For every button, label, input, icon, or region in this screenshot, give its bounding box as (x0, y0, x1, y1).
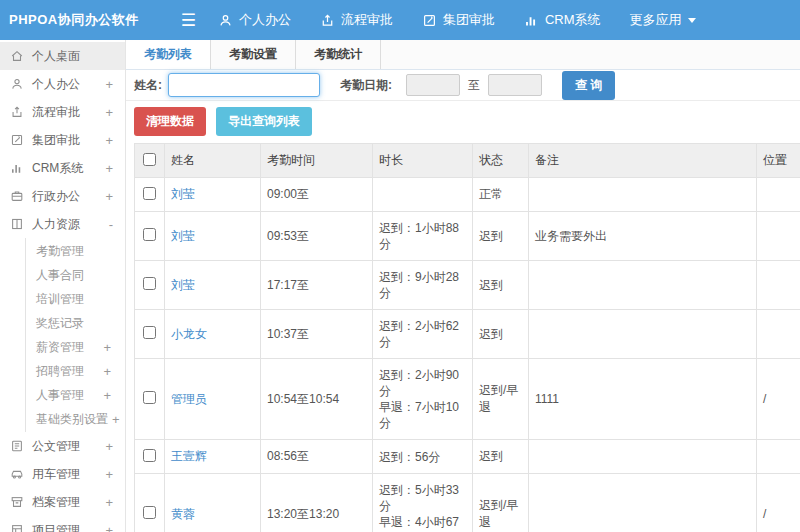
employee-name-link[interactable]: 刘莹 (171, 278, 195, 292)
expand-plus-icon[interactable]: + (103, 388, 111, 403)
export-list-button[interactable]: 导出查询列表 (216, 107, 312, 136)
table-row: 王壹辉 08:56至 迟到：56分 迟到 (135, 440, 800, 474)
employee-name-link[interactable]: 王壹辉 (171, 449, 207, 463)
briefcase-icon (10, 189, 24, 203)
row-checkbox[interactable] (143, 391, 156, 404)
bar-chart-icon (524, 13, 539, 28)
location-cell (757, 212, 800, 261)
status-cell: 迟到/早退 (473, 359, 529, 440)
home-icon (10, 49, 24, 63)
tab-attendance-settings[interactable]: 考勤设置 (211, 40, 296, 69)
expand-plus-icon[interactable]: + (105, 77, 113, 92)
sidebar-item-document-mgmt[interactable]: 公文管理 + (0, 432, 125, 460)
employee-name-link[interactable]: 管理员 (171, 392, 207, 406)
note-cell (529, 474, 757, 532)
app-window: PHPOA协同办公软件 ☰ 个人办公 流程审批 集团审批 (0, 0, 800, 532)
sidebar-item-workflow-approval[interactable]: 流程审批 + (0, 98, 125, 126)
filter-bar: 姓名: 考勤日期: 至 查 询 (126, 70, 800, 101)
expand-plus-icon[interactable]: + (105, 467, 113, 482)
sidebar-item-personal-office[interactable]: 个人办公 + (0, 70, 125, 98)
duration-cell (373, 178, 473, 212)
expand-plus-icon[interactable]: + (105, 133, 113, 148)
location-cell (757, 178, 800, 212)
expand-plus-icon[interactable]: + (105, 495, 113, 510)
to-label: 至 (468, 77, 480, 94)
status-cell: 迟到 (473, 261, 529, 310)
expand-plus-icon[interactable]: + (103, 340, 111, 355)
employee-name-link[interactable]: 黄蓉 (171, 507, 195, 521)
duration-cell: 迟到：56分 (373, 440, 473, 474)
name-label: 姓名: (134, 77, 162, 94)
nav-item-personal-office[interactable]: 个人办公 (218, 11, 291, 29)
sidebar-subitem-attendance-mgmt[interactable]: 考勤管理 (26, 239, 125, 263)
expand-plus-icon[interactable]: + (105, 523, 113, 532)
date-to-input[interactable] (488, 74, 542, 96)
expand-plus-icon[interactable]: + (105, 161, 113, 176)
employee-name-link[interactable]: 刘莹 (171, 229, 195, 243)
sidebar-item-archive-mgmt[interactable]: 档案管理 + (0, 488, 125, 516)
row-checkbox[interactable] (143, 277, 156, 290)
sidebar-item-vehicle-mgmt[interactable]: 用车管理 + (0, 460, 125, 488)
sidebar-subitem-personnel-mgmt[interactable]: 人事管理 + (26, 383, 125, 407)
app-logo[interactable]: PHPOA协同办公软件 (0, 11, 139, 29)
sidebar-subitem-base-category[interactable]: 基础类别设置 + (26, 407, 125, 431)
sidebar-subitem-reward-records[interactable]: 奖惩记录 (26, 311, 125, 335)
attendance-date-label: 考勤日期: (340, 77, 392, 94)
employee-name-link[interactable]: 小龙女 (171, 327, 207, 341)
sidebar: 个人桌面 个人办公 + 流程审批 + 集团审 (0, 40, 126, 532)
user-icon (218, 13, 233, 28)
sidebar-subitem-hr-contract[interactable]: 人事合同 (26, 263, 125, 287)
row-checkbox[interactable] (143, 326, 156, 339)
col-header-time: 考勤时间 (261, 144, 373, 178)
expand-plus-icon[interactable]: + (105, 105, 113, 120)
row-checkbox[interactable] (143, 228, 156, 241)
sidebar-item-admin-office[interactable]: 行政办公 + (0, 182, 125, 210)
row-checkbox[interactable] (143, 187, 156, 200)
search-button[interactable]: 查 询 (562, 71, 615, 100)
duration-cell: 迟到：5小时33分 早退：4小时67分 (373, 474, 473, 532)
sidebar-subitem-salary-mgmt[interactable]: 薪资管理 + (26, 335, 125, 359)
select-all-checkbox[interactable] (143, 153, 156, 166)
name-input[interactable] (168, 73, 320, 97)
document-icon (10, 439, 24, 453)
col-header-status: 状态 (473, 144, 529, 178)
nav-item-group-approval[interactable]: 集团审批 (422, 11, 495, 29)
row-checkbox[interactable] (143, 506, 156, 519)
nav-item-crm-system[interactable]: CRM系统 (524, 11, 601, 29)
nav-item-workflow-approval[interactable]: 流程审批 (320, 11, 393, 29)
row-checkbox[interactable] (143, 449, 156, 462)
sidebar-subitem-training-mgmt[interactable]: 培训管理 (26, 287, 125, 311)
top-nav-menu: 个人办公 流程审批 集团审批 CRM系统 更多应用 (218, 11, 725, 29)
top-navbar: PHPOA协同办公软件 ☰ 个人办公 流程审批 集团审批 (0, 0, 800, 40)
expand-plus-icon[interactable]: + (105, 189, 113, 204)
sidebar-item-human-resources[interactable]: 人力资源 - (0, 210, 125, 238)
col-header-location: 位置 (757, 144, 800, 178)
expand-plus-icon[interactable]: + (103, 364, 111, 379)
table-header-row: 姓名 考勤时间 时长 状态 备注 位置 (135, 144, 800, 178)
collapse-minus-icon[interactable]: - (109, 217, 113, 232)
car-icon (10, 467, 24, 481)
sidebar-item-project-mgmt[interactable]: 项目管理 + (0, 516, 125, 532)
sidebar-item-crm-system[interactable]: CRM系统 + (0, 154, 125, 182)
status-cell: 正常 (473, 178, 529, 212)
attendance-time-cell: 17:17至 (261, 261, 373, 310)
clean-data-button[interactable]: 清理数据 (134, 107, 206, 136)
note-cell (529, 440, 757, 474)
table-row: 刘莹 17:17至 迟到：9小时28分 迟到 (135, 261, 800, 310)
tab-attendance-list[interactable]: 考勤列表 (126, 40, 211, 69)
attendance-time-cell: 10:37至 (261, 310, 373, 359)
date-from-input[interactable] (406, 74, 460, 96)
bar-chart-icon (10, 161, 24, 175)
share-arrow-icon (10, 105, 24, 119)
hamburger-menu-icon[interactable]: ☰ (181, 12, 196, 29)
employee-name-link[interactable]: 刘莹 (171, 187, 195, 201)
expand-plus-icon[interactable]: + (105, 439, 113, 454)
tab-attendance-statistics[interactable]: 考勤统计 (296, 40, 381, 69)
sidebar-item-group-approval[interactable]: 集团审批 + (0, 126, 125, 154)
sidebar-item-personal-desktop[interactable]: 个人桌面 (0, 42, 125, 70)
expand-plus-icon[interactable]: + (112, 412, 120, 427)
nav-item-more-apps[interactable]: 更多应用 (630, 11, 696, 29)
note-cell: 业务需要外出 (529, 212, 757, 261)
sidebar-subitem-recruit-mgmt[interactable]: 招聘管理 + (26, 359, 125, 383)
book-icon (10, 217, 24, 231)
